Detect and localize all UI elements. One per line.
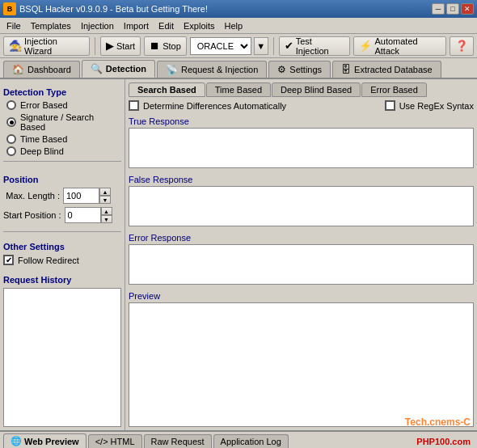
title-bar-title: BSQL Hacker v0.9.0.9 - Beta but Getting … bbox=[19, 4, 208, 14]
toolbar-separator-2 bbox=[273, 37, 274, 55]
stop-button[interactable]: ⏹ Stop bbox=[144, 36, 187, 56]
tab-dashboard[interactable]: 🏠 Dashboard bbox=[3, 61, 80, 78]
menu-file[interactable]: File bbox=[2, 19, 26, 32]
bottomtab-web-preview[interactable]: 🌐 Web Preview bbox=[3, 433, 87, 448]
radio-time-based[interactable]: Time Based bbox=[6, 134, 121, 144]
detection-type-radios: Error Based Signature / Search Based Tim… bbox=[3, 100, 121, 156]
menu-exploits[interactable]: Exploits bbox=[179, 19, 220, 32]
watermark: Tech.cnems-C bbox=[405, 416, 471, 428]
right-panel: Search Based Time Based Deep Blind Based… bbox=[125, 79, 477, 430]
menu-injection[interactable]: Injection bbox=[76, 19, 119, 32]
test-injection-icon: ✔ bbox=[285, 40, 293, 52]
request-history-title: Request History bbox=[3, 275, 121, 285]
error-response-textarea[interactable] bbox=[129, 244, 474, 285]
radio-deep-circle bbox=[6, 146, 16, 156]
close-button[interactable]: ✕ bbox=[461, 3, 474, 15]
db-dropdown-arrow[interactable]: ▼ bbox=[254, 37, 268, 55]
preview-label: Preview bbox=[129, 291, 474, 301]
left-panel: Detection Type Error Based Signature / S… bbox=[0, 79, 125, 430]
radio-error-label: Error Based bbox=[20, 100, 68, 110]
use-regex-label: Use RegEx Syntax bbox=[399, 101, 474, 111]
tab-detection[interactable]: 🔍 Detection bbox=[82, 60, 155, 78]
stop-label: Stop bbox=[163, 41, 181, 51]
other-settings-title: Other Settings bbox=[3, 242, 121, 251]
max-length-input-wrap: ▲ ▼ bbox=[63, 188, 111, 204]
tab-extracted-label: Extracted Database bbox=[354, 65, 433, 74]
menu-import[interactable]: Import bbox=[119, 19, 154, 32]
subtab-error-based[interactable]: Error Based bbox=[361, 82, 427, 97]
use-regex-item[interactable]: Use RegEx Syntax bbox=[385, 100, 474, 111]
radio-signature[interactable]: Signature / Search Based bbox=[6, 112, 121, 132]
automated-attack-button[interactable]: ⚡ Automated Attack bbox=[353, 36, 446, 56]
divider-2 bbox=[3, 231, 121, 232]
db-selector: ORACLE ▼ bbox=[190, 37, 268, 55]
subtab-deep-blind[interactable]: Deep Blind Based bbox=[272, 82, 361, 97]
right-content: Determine Differences Automatically Use … bbox=[129, 100, 474, 427]
follow-redirect-checkbox[interactable]: ✔ bbox=[3, 255, 14, 265]
stop-icon: ⏹ bbox=[150, 40, 160, 52]
settings-icon: ⚙ bbox=[277, 64, 286, 75]
minimize-button[interactable]: ─ bbox=[432, 3, 445, 15]
max-length-down[interactable]: ▼ bbox=[99, 196, 111, 204]
max-length-input[interactable] bbox=[63, 188, 99, 204]
test-injection-button[interactable]: ✔ Test Injection bbox=[279, 36, 351, 56]
tab-request-label: Request & Injection bbox=[181, 65, 258, 74]
radio-error-based[interactable]: Error Based bbox=[6, 100, 121, 110]
subtab-search-based[interactable]: Search Based bbox=[129, 82, 205, 97]
start-position-up[interactable]: ▲ bbox=[101, 207, 112, 215]
preview-section: Preview bbox=[129, 291, 474, 427]
help-button[interactable]: ❓ bbox=[450, 36, 474, 56]
divider-1 bbox=[3, 161, 121, 162]
false-response-section: False Response bbox=[129, 175, 474, 228]
start-button[interactable]: ▶ Start bbox=[100, 36, 141, 56]
true-response-textarea[interactable] bbox=[129, 128, 474, 168]
app-log-label: Application Log bbox=[221, 437, 281, 446]
automated-attack-icon: ⚡ bbox=[359, 40, 372, 52]
tab-settings[interactable]: ⚙ Settings bbox=[268, 61, 331, 78]
php100-text: PHP100.com bbox=[416, 437, 471, 446]
main-tabs: 🏠 Dashboard 🔍 Detection 📡 Request & Inje… bbox=[0, 58, 477, 79]
menu-templates[interactable]: Templates bbox=[26, 19, 76, 32]
bottomtab-html[interactable]: </> HTML bbox=[88, 434, 142, 448]
follow-redirect-item[interactable]: ✔ Follow Redirect bbox=[3, 255, 121, 265]
request-icon: 📡 bbox=[166, 64, 178, 75]
injection-wizard-icon: 🧙 bbox=[9, 40, 22, 52]
menu-edit[interactable]: Edit bbox=[154, 19, 179, 32]
start-position-input-wrap: ▲ ▼ bbox=[65, 207, 112, 223]
use-regex-checkbox[interactable] bbox=[385, 100, 395, 111]
history-box bbox=[3, 288, 121, 427]
dashboard-icon: 🏠 bbox=[12, 64, 24, 75]
radio-deep-label: Deep Blind bbox=[20, 146, 64, 156]
max-length-row: Max. Length : ▲ ▼ bbox=[3, 188, 121, 204]
tab-request-injection[interactable]: 📡 Request & Injection bbox=[157, 61, 267, 78]
maximize-button[interactable]: □ bbox=[446, 3, 459, 15]
tab-detection-label: Detection bbox=[106, 64, 146, 74]
determine-diff-checkbox[interactable] bbox=[129, 100, 139, 111]
injection-wizard-button[interactable]: 🧙 Injection Wizard bbox=[3, 36, 90, 56]
max-length-up[interactable]: ▲ bbox=[99, 188, 111, 196]
true-response-label: True Response bbox=[129, 116, 474, 126]
start-label: Start bbox=[116, 41, 135, 51]
menu-bar: File Templates Injection Import Edit Exp… bbox=[0, 18, 477, 34]
window-controls: ─ □ ✕ bbox=[432, 3, 474, 15]
position-title: Position bbox=[3, 175, 121, 184]
bottomtab-app-log[interactable]: Application Log bbox=[213, 434, 289, 448]
start-position-input[interactable] bbox=[65, 207, 101, 223]
error-response-section: Error Response bbox=[129, 233, 474, 286]
radio-deep-blind[interactable]: Deep Blind bbox=[6, 146, 121, 156]
radio-signature-label: Signature / Search Based bbox=[20, 112, 121, 132]
tab-settings-label: Settings bbox=[289, 65, 322, 74]
start-position-spin: ▲ ▼ bbox=[101, 207, 112, 223]
tab-extracted-db[interactable]: 🗄 Extracted Database bbox=[332, 61, 441, 78]
title-bar: B BSQL Hacker v0.9.0.9 - Beta but Gettin… bbox=[0, 0, 477, 18]
db-dropdown[interactable]: ORACLE bbox=[190, 37, 251, 55]
start-position-row: Start Position : ▲ ▼ bbox=[3, 207, 121, 223]
false-response-textarea[interactable] bbox=[129, 186, 474, 226]
help-icon: ❓ bbox=[455, 40, 468, 52]
start-icon: ▶ bbox=[106, 40, 114, 52]
subtab-time-based[interactable]: Time Based bbox=[206, 82, 271, 97]
determine-diff-item[interactable]: Determine Differences Automatically bbox=[129, 100, 286, 111]
bottomtab-raw-request[interactable]: Raw Request bbox=[144, 434, 212, 448]
start-position-down[interactable]: ▼ bbox=[101, 215, 112, 223]
menu-help[interactable]: Help bbox=[220, 19, 248, 32]
